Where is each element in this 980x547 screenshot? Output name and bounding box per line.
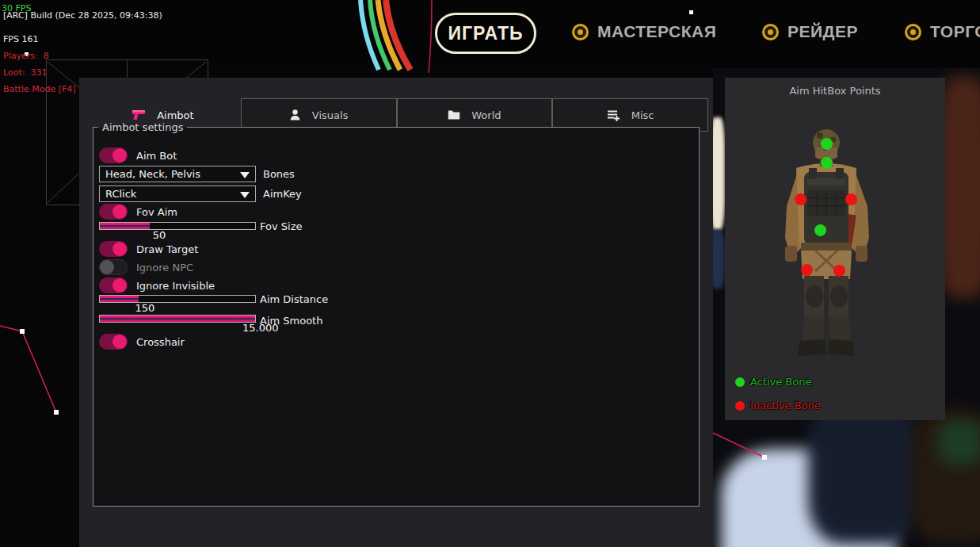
draw-target-row: Draw Target (99, 241, 198, 257)
coin-icon (905, 24, 921, 40)
play-button[interactable]: ИГРАТЬ (435, 13, 536, 54)
chevron-down-icon (240, 172, 250, 178)
toggle-knob (100, 260, 114, 274)
section-title: Aimbot settings (98, 121, 187, 133)
ignore-invisible-label: Ignore Invisible (136, 280, 215, 292)
aimbot-settings-group: Aimbot settings Aim Bot Head, Neck, Pelv… (93, 127, 700, 507)
ignore-npc-row: Ignore NPC (99, 259, 193, 275)
ignore-invisible-toggle[interactable] (99, 277, 128, 293)
fov-aim-row: Fov Aim (99, 204, 177, 220)
aim-smooth-slider[interactable] (99, 315, 256, 323)
aim-bot-label: Aim Bot (136, 150, 177, 162)
menu-item-label: МАСТЕРСКАЯ (597, 22, 716, 41)
aim-smooth-row: 15.000 Aim Smooth (99, 315, 432, 335)
chevron-down-icon (240, 192, 250, 198)
toggle-knob (112, 278, 127, 293)
fps-overlay-text: 30 FPS (2, 1, 31, 17)
fov-size-row: 50 Fov Size (99, 222, 432, 243)
hitbox-point-left-arm[interactable] (845, 193, 857, 205)
players-count-text: Players: 8 (3, 48, 265, 64)
coin-icon (762, 24, 779, 40)
crosshair-row: Crosshair (99, 334, 185, 350)
legend-label: Active Bone (750, 376, 811, 388)
play-button-label: ИГРАТЬ (448, 23, 524, 44)
fov-size-label: Fov Size (260, 220, 302, 232)
ignore-npc-label: Ignore NPC (136, 262, 193, 274)
slider-fill (100, 223, 150, 229)
aim-bot-row: Aim Bot (99, 147, 177, 163)
menu-item-label: РЕЙДЕР (787, 22, 858, 41)
tab-label: Visuals (312, 109, 349, 121)
legend-active-bone: Active Bone (735, 376, 811, 388)
fov-aim-label: Fov Aim (136, 206, 177, 218)
toggle-knob (112, 205, 127, 219)
hitbox-panel-title: Aim HitBox Points (725, 85, 945, 97)
aimkey-row: RClick AimKey (99, 186, 302, 202)
game-screen: { "accent_color": "#e91a74", "hud": { "f… (0, 0, 980, 547)
ignore-invisible-row: Ignore Invisible (99, 277, 215, 293)
draw-target-toggle[interactable] (99, 241, 128, 257)
blue-strip-blob (713, 230, 725, 289)
hitbox-point-pelvis[interactable] (814, 224, 826, 236)
aimkey-dropdown[interactable]: RClick (99, 186, 256, 202)
hitbox-point-right-thigh[interactable] (801, 264, 813, 276)
active-bone-dot-icon (735, 377, 745, 387)
bones-label: Bones (263, 168, 295, 180)
coin-icon (572, 24, 589, 40)
hitbox-point-right-arm[interactable] (795, 193, 806, 205)
person-icon (289, 109, 301, 121)
bones-row: Head, Neck, Pelvis Bones (99, 166, 295, 182)
aim-distance-row: 150 Aim Distance (99, 295, 432, 316)
build-info-text: [ARC] Build (Dec 28 2025, 09:43:38) (3, 8, 265, 24)
fps-counter-text: FPS 161 (3, 32, 265, 48)
fov-size-value: 50 (142, 229, 177, 241)
aim-distance-slider[interactable] (99, 295, 256, 303)
toggle-knob (112, 242, 127, 256)
toggle-knob (112, 335, 127, 349)
fov-size-slider[interactable] (99, 222, 256, 230)
tab-label: Aimbot (157, 109, 193, 121)
legend-inactive-bone: Inactive Bone (735, 400, 821, 411)
aim-hitbox-panel: Aim HitBox Points (725, 78, 945, 420)
esp-node-dot (689, 10, 693, 14)
menu-item-trader[interactable]: ТОРГО (905, 22, 980, 41)
toggle-knob (112, 148, 127, 163)
tab-label: Misc (631, 109, 654, 121)
aimkey-dropdown-value: RClick (105, 188, 136, 200)
crosshair-toggle[interactable] (99, 334, 128, 350)
slider-fill (100, 296, 139, 302)
pistol-icon (132, 109, 146, 121)
ignore-npc-toggle[interactable] (99, 259, 128, 275)
aim-distance-label: Aim Distance (260, 293, 328, 305)
folder-icon (448, 109, 460, 120)
tab-label: World (471, 109, 501, 121)
playlist-add-icon (607, 109, 620, 121)
bright-window-blob (713, 117, 725, 230)
inactive-bone-dot-icon (735, 401, 745, 411)
menu-item-label: ТОРГО (930, 22, 980, 41)
aim-bot-toggle[interactable] (99, 147, 128, 163)
cheat-menu-panel: Aimbot Visuals World (79, 78, 713, 547)
hitbox-point-head[interactable] (821, 138, 833, 150)
hitbox-point-neck[interactable] (821, 157, 833, 169)
fov-aim-toggle[interactable] (99, 204, 128, 220)
bones-dropdown[interactable]: Head, Neck, Pelvis (99, 166, 256, 182)
slider-fill (100, 316, 255, 322)
aim-distance-value: 150 (128, 302, 162, 314)
legend-label: Inactive Bone (750, 400, 821, 411)
draw-target-label: Draw Target (136, 243, 198, 255)
hitbox-point-left-thigh[interactable] (833, 265, 845, 277)
menu-item-raider[interactable]: РЕЙДЕР (762, 22, 858, 41)
aim-smooth-label: Aim Smooth (260, 315, 322, 327)
menu-item-workshop[interactable]: МАСТЕРСКАЯ (572, 22, 716, 41)
aimkey-label: AimKey (263, 188, 302, 200)
dark-structure-blob (808, 401, 919, 544)
green-sign-blob (939, 421, 980, 465)
bones-dropdown-value: Head, Neck, Pelvis (105, 168, 200, 180)
crosshair-label: Crosshair (136, 336, 185, 348)
